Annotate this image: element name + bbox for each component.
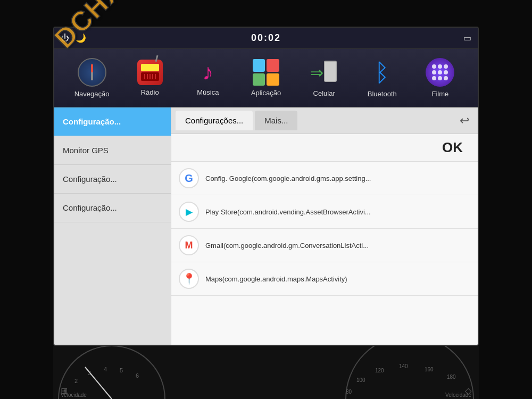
speedo-left: 1 2 3 4 5 6 Velocidade xyxy=(53,346,170,399)
celular-icon: ⇒ xyxy=(310,59,338,86)
tab-mais[interactable]: Mais... xyxy=(255,111,297,130)
svg-text:4: 4 xyxy=(104,366,107,372)
nav-item-bluetooth[interactable]: ᛒ Bluetooth xyxy=(358,58,406,98)
apps-icon xyxy=(253,59,279,86)
left-sidebar: Configuração... Monitor GPS Configuração… xyxy=(54,107,171,346)
back-button[interactable]: ↩ xyxy=(455,112,473,130)
nav-label-filme: Filme xyxy=(432,90,449,98)
speedometer-area: 1 2 3 4 5 6 Velocidade ⊞ 80 100 120 140 … xyxy=(53,346,479,399)
nav-item-navegacao[interactable]: Navegação xyxy=(68,58,116,98)
nav-label-aplicacao: Aplicação xyxy=(251,89,281,97)
gmail-text: Gmail(com.google.android.gm.Conversation… xyxy=(205,242,369,250)
nav-label-celular: Celular xyxy=(313,89,335,97)
ok-bar: OK xyxy=(171,134,478,162)
nav-bar: Navegação Rádio ♪ Música xyxy=(54,49,478,107)
bottom-left-icon: ⊞ xyxy=(61,386,68,396)
nav-item-filme[interactable]: Filme xyxy=(416,58,464,98)
nav-label-radio: Rádio xyxy=(141,88,159,96)
nav-item-radio[interactable]: Rádio xyxy=(126,60,174,96)
nav-label-navegacao: Navegação xyxy=(74,90,110,98)
moon-icon[interactable]: 🌙 xyxy=(76,33,86,43)
svg-text:160: 160 xyxy=(425,367,434,372)
maps-icon: 📍 xyxy=(179,269,199,289)
app-list: G Config. Google(com.google.android.gms.… xyxy=(171,162,478,346)
ok-button[interactable]: OK xyxy=(436,137,469,158)
nav-item-celular[interactable]: ⇒ Celular xyxy=(300,59,348,97)
list-item-gmail[interactable]: M Gmail(com.google.android.gm.Conversati… xyxy=(171,229,478,262)
nav-item-musica[interactable]: ♪ Música xyxy=(184,60,232,96)
right-panel: Configurações... Mais... ↩ OK G Config. … xyxy=(171,107,478,346)
sidebar-item-0[interactable]: Configuração... xyxy=(54,107,171,136)
battery-icon: ▭ xyxy=(463,33,471,43)
tab-bar: Configurações... Mais... ↩ xyxy=(171,107,478,134)
list-item-playstore[interactable]: ▶ Play Store(com.android.vending.AssetBr… xyxy=(171,195,478,229)
nav-item-aplicacao[interactable]: Aplicação xyxy=(242,59,290,97)
svg-text:5: 5 xyxy=(120,367,123,373)
svg-text:100: 100 xyxy=(356,377,365,383)
gmail-icon: M xyxy=(179,235,199,255)
music-icon: ♪ xyxy=(202,60,213,85)
svg-text:2: 2 xyxy=(74,378,78,384)
compass-icon xyxy=(78,58,106,87)
google-config-icon: G xyxy=(179,168,199,188)
status-bar-left: ⏻ 🌙 xyxy=(61,33,86,43)
google-config-text: Config. Google(com.google.android.gms.ap… xyxy=(205,174,371,182)
bluetooth-icon: ᛒ xyxy=(375,58,389,87)
nav-label-musica: Música xyxy=(197,88,219,96)
svg-text:180: 180 xyxy=(447,374,456,380)
sidebar-item-2[interactable]: Configuração... xyxy=(54,165,171,194)
bottom-right-icon: ◇ xyxy=(465,386,471,396)
speedo-right: 80 100 120 140 160 180 Velocidade xyxy=(340,346,479,399)
maps-text: Maps(com.google.android.maps.MapsActivit… xyxy=(205,275,347,283)
power-icon[interactable]: ⏻ xyxy=(61,34,69,43)
status-bar: ⏻ 🌙 00:02 ▭ xyxy=(54,28,478,49)
sidebar-item-1[interactable]: Monitor GPS xyxy=(54,136,171,165)
status-bar-right: ▭ xyxy=(463,33,471,43)
svg-text:80: 80 xyxy=(346,389,352,395)
svg-text:140: 140 xyxy=(399,363,408,369)
playstore-icon: ▶ xyxy=(179,202,199,222)
sidebar-item-3[interactable]: Configuração... xyxy=(54,194,171,222)
svg-line-6 xyxy=(85,367,112,399)
list-item-google[interactable]: G Config. Google(com.google.android.gms.… xyxy=(171,162,478,195)
list-item-maps[interactable]: 📍 Maps(com.google.android.maps.MapsActiv… xyxy=(171,262,478,296)
svg-text:120: 120 xyxy=(375,368,384,373)
clock-display: 00:02 xyxy=(251,32,281,44)
tab-configuracoes[interactable]: Configurações... xyxy=(176,111,253,130)
nav-label-bluetooth: Bluetooth xyxy=(368,90,397,98)
svg-text:6: 6 xyxy=(136,372,139,379)
car-screen: ⏻ 🌙 00:02 ▭ Navegação xyxy=(53,27,479,346)
content-area: Configuração... Monitor GPS Configuração… xyxy=(54,107,478,346)
radio-icon xyxy=(137,60,163,85)
filme-icon xyxy=(426,58,454,87)
playstore-text: Play Store(com.android.vending.AssetBrow… xyxy=(205,208,371,216)
